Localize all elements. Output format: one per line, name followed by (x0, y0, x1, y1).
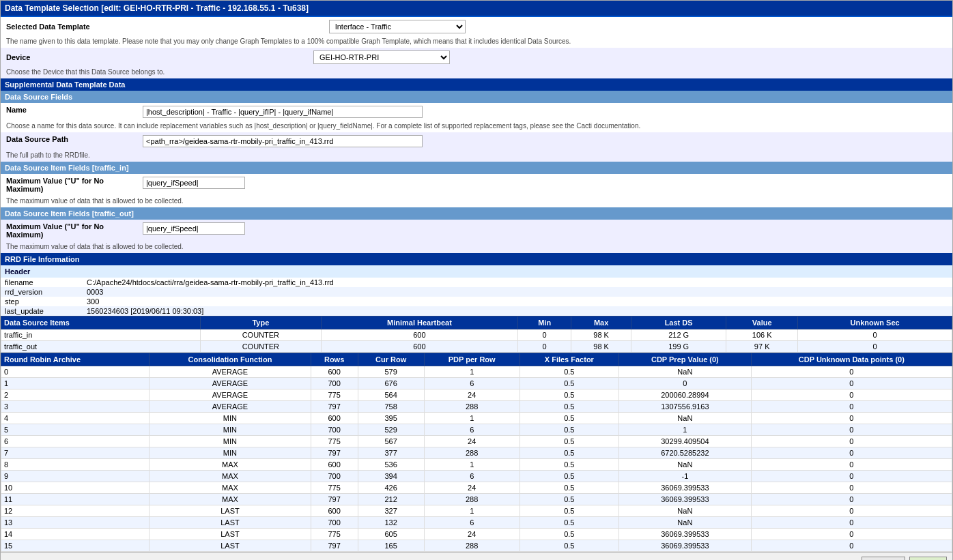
page-title: Data Template Selection [edit: GEI-HO-RT… (5, 3, 309, 13)
rrd-step-row: step 300 (1, 297, 952, 306)
col-cf: Consolidation Function (150, 353, 311, 366)
traffic-out-max-help: The maximum value of data that is allowe… (1, 241, 952, 253)
rra-pdp: 1 (424, 459, 520, 471)
rra-index: 8 (1, 459, 150, 471)
rra-cdp-unknown: 0 (751, 366, 952, 378)
rra-currow: 529 (358, 424, 424, 436)
table-row: 11 MAX 797 212 288 0.5 36069.399533 0 (1, 494, 952, 505)
ds-max: 98 K (571, 341, 631, 353)
rra-currow: 564 (358, 389, 424, 401)
rra-index: 0 (1, 366, 150, 378)
rra-pdp: 24 (424, 436, 520, 447)
main-container: Data Template Selection [edit: GEI-HO-RT… (0, 0, 953, 560)
ds-type: COUNTER (201, 341, 321, 353)
rra-cdp-unknown: 0 (751, 459, 952, 471)
table-row: 12 LAST 600 327 1 0.5 NaN 0 (1, 505, 952, 517)
table-row: 6 MIN 775 567 24 0.5 30299.409504 0 (1, 436, 952, 447)
rra-pdp: 24 (424, 529, 520, 540)
rra-table: Round Robin Archive Consolidation Functi… (1, 353, 952, 552)
rra-cdp-unknown: 0 (751, 540, 952, 552)
table-row: 3 AVERAGE 797 758 288 0.5 1307556.9163 0 (1, 401, 952, 413)
template-label: Selected Data Template (6, 23, 90, 31)
name-input[interactable] (143, 106, 423, 118)
rra-rows: 600 (311, 505, 358, 517)
traffic-in-max-help: The maximum value of data that is allowe… (1, 196, 952, 207)
rra-currow: 758 (358, 401, 424, 413)
ds-name: traffic_in (1, 329, 201, 341)
name-control (143, 106, 947, 118)
device-help: Choose the Device that this Data Source … (1, 67, 952, 78)
rra-xff: 0.5 (520, 424, 619, 436)
table-row: 4 MIN 600 395 1 0.5 NaN 0 (1, 413, 952, 424)
rra-cdp-unknown: 0 (751, 471, 952, 482)
rra-rows: 700 (311, 424, 358, 436)
rra-index: 9 (1, 471, 150, 482)
rrd-step-key: step (5, 297, 87, 306)
rra-cdp-unknown: 0 (751, 505, 952, 517)
rra-cdp-unknown: 0 (751, 529, 952, 540)
rra-rows: 700 (311, 471, 358, 482)
rra-xff: 0.5 (520, 505, 619, 517)
rra-cdp-unknown: 0 (751, 436, 952, 447)
path-input[interactable] (143, 135, 423, 147)
rra-currow: 605 (358, 529, 424, 540)
rra-cf: AVERAGE (150, 401, 311, 413)
col-ds-max: Max (571, 316, 631, 329)
rra-rows: 600 (311, 459, 358, 471)
rra-rows: 600 (311, 366, 358, 378)
rra-index: 13 (1, 517, 150, 529)
rra-currow: 395 (358, 413, 424, 424)
rra-index: 14 (1, 529, 150, 540)
rra-index: 15 (1, 540, 150, 552)
rrd-lastupdate-key: last_update (5, 307, 87, 315)
rrd-file-header: RRD File Information (1, 253, 952, 265)
cancel-button[interactable]: Cancel (862, 557, 905, 560)
rra-pdp: 6 (424, 471, 520, 482)
rra-cf: MAX (150, 494, 311, 505)
rra-pdp: 288 (424, 494, 520, 505)
traffic-out-max-input[interactable] (143, 222, 245, 235)
rrd-version-row: rrd_version 0003 (1, 287, 952, 297)
rra-index: 12 (1, 505, 150, 517)
ds-name: traffic_out (1, 341, 201, 353)
ds-unknown: 0 (798, 329, 952, 341)
rrd-version-key: rrd_version (5, 288, 87, 296)
rra-xff: 0.5 (520, 471, 619, 482)
rrd-filename-key: filename (5, 278, 87, 286)
template-select[interactable]: Interface - Traffic (329, 20, 466, 33)
rra-xff: 0.5 (520, 540, 619, 552)
rra-cf: AVERAGE (150, 389, 311, 401)
rra-currow: 536 (358, 459, 424, 471)
rra-cdp-prep: 36069.399533 (619, 540, 752, 552)
rra-rows: 797 (311, 494, 358, 505)
rra-pdp: 24 (424, 389, 520, 401)
table-row: 1 AVERAGE 700 676 6 0.5 0 0 (1, 378, 952, 389)
rra-cdp-prep: 1 (619, 424, 752, 436)
device-label: Device (6, 53, 74, 61)
col-xff: X Files Factor (520, 353, 619, 366)
device-select[interactable]: GEI-HO-RTR-PRI (313, 50, 450, 64)
rra-index: 10 (1, 482, 150, 494)
rra-cdp-unknown: 0 (751, 482, 952, 494)
rra-rows: 600 (311, 413, 358, 424)
col-ds-name: Data Source Items (1, 316, 201, 329)
rra-rows: 775 (311, 389, 358, 401)
rra-cdp-prep: NaN (619, 366, 752, 378)
table-row: 10 MAX 775 426 24 0.5 36069.399533 0 (1, 482, 952, 494)
traffic-in-max-input[interactable] (143, 177, 245, 189)
rra-currow: 426 (358, 482, 424, 494)
rra-currow: 394 (358, 471, 424, 482)
rra-cf: MIN (150, 447, 311, 459)
col-ds-value: Value (726, 316, 798, 329)
rra-rows: 797 (311, 401, 358, 413)
rra-cdp-prep: 1307556.9163 (619, 401, 752, 413)
rra-cdp-prep: 200060.28994 (619, 389, 752, 401)
rra-cdp-prep: -1 (619, 471, 752, 482)
col-ds-unknown: Unknown Sec (798, 316, 952, 329)
rrd-version-val: 0003 (87, 288, 103, 296)
rrd-lastupdate-row: last_update 1560234603 [2019/06/11 09:30… (1, 306, 952, 316)
traffic-out-max-control (143, 222, 947, 235)
save-button[interactable]: Save (909, 557, 947, 560)
traffic-out-header: Data Source Item Fields [traffic_out] (1, 207, 952, 220)
rra-pdp: 6 (424, 378, 520, 389)
